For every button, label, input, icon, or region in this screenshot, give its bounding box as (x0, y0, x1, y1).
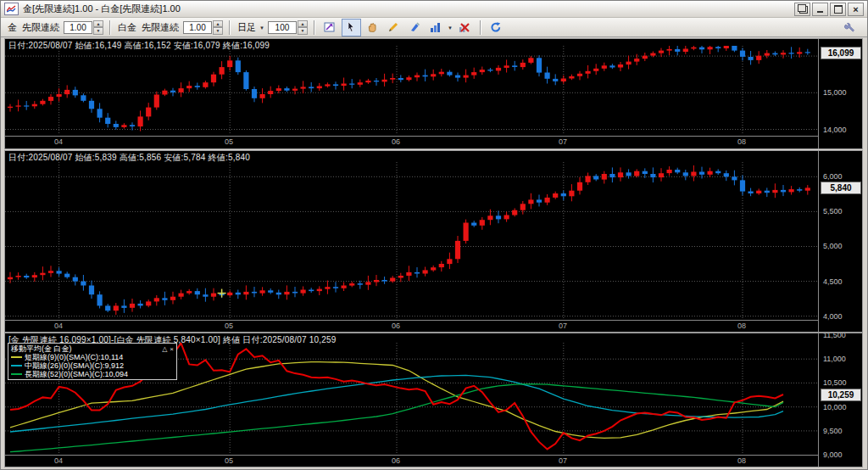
pen-draw-button[interactable] (405, 19, 425, 36)
platinum-multiplier-value[interactable]: 1.00 (183, 21, 212, 34)
candle-body (211, 75, 216, 83)
candle-body (512, 65, 517, 67)
candle-body (789, 53, 794, 53)
x-tick-label: 08 (737, 322, 746, 330)
candle-body (138, 116, 143, 126)
settings-wrench-button[interactable] (840, 19, 860, 36)
candle-body (268, 290, 273, 293)
bar-count-value[interactable]: 100 (268, 21, 297, 34)
toolbar-separator (109, 20, 111, 35)
candle-body (130, 304, 135, 308)
gold-multiplier-down-button[interactable]: ▼ (93, 27, 103, 35)
window-title: 金[先限連続]1.00 - 白金[先限連続]1.00 (23, 3, 794, 15)
last-price-label: 10,259 (821, 389, 861, 401)
gold-multiplier-value[interactable]: 1.00 (64, 21, 92, 34)
platinum-contract-label: 先限連続 (142, 21, 179, 34)
candle-body (292, 89, 298, 91)
refresh-icon (489, 20, 503, 34)
legend-close-icon[interactable]: × (170, 345, 174, 353)
y-tick-label: 6,000 (823, 172, 843, 181)
maximize-button[interactable] (830, 3, 846, 16)
legend-collapse-icon[interactable]: △ (162, 345, 167, 353)
candle-body (317, 289, 322, 292)
bar-chart-button[interactable] (426, 19, 446, 36)
y-tick-label: 14,000 (823, 126, 847, 134)
candle-body (675, 49, 680, 52)
period-dropdown-icon[interactable]: ▼ (259, 25, 264, 31)
titlebar[interactable]: 金[先限連続]1.00 - 白金[先限連続]1.00 × (1, 1, 867, 18)
candle-body (105, 305, 110, 311)
gold-chart-panel[interactable]: 日付:2025/08/07 始値:16,149 高値:16,152 安値:16,… (4, 38, 863, 149)
candle-body (496, 68, 501, 71)
candle-body (748, 192, 754, 194)
candle-body (16, 276, 21, 277)
moving-average-legend: 移動平均(金 白金) △ × 短期線(9)(0)(SMA)(C):10,114 … (8, 343, 177, 380)
hand-pan-button[interactable] (363, 19, 382, 36)
select-cursor-button[interactable] (342, 19, 361, 36)
candle-body (643, 56, 648, 59)
platinum-multiplier-up-button[interactable]: ▲ (213, 20, 223, 28)
platinum-multiplier-spinner[interactable]: 1.00 ▲▼ (183, 20, 223, 35)
spread-price-axis: 11,50011,00010,50010,0009,5009,00010,259 (818, 333, 863, 467)
float-window-button[interactable] (794, 3, 810, 16)
candle-body (569, 191, 574, 197)
platinum-plot[interactable] (5, 162, 818, 319)
candle-body (138, 304, 143, 306)
candle-body (179, 294, 184, 297)
candle-body (593, 69, 598, 71)
delete-chart-button[interactable] (455, 19, 475, 36)
bar-count-down-button[interactable]: ▼ (298, 27, 308, 35)
candle-body (545, 73, 550, 79)
candle-body (691, 172, 696, 176)
platinum-multiplier-down-button[interactable]: ▼ (213, 27, 223, 35)
candle-body (447, 72, 452, 76)
candle-body (8, 107, 13, 108)
candle-body (349, 84, 354, 85)
candle-body (553, 193, 558, 198)
x-tick-label: 05 (225, 322, 233, 330)
legend-item-long[interactable]: 長期線(52)(0)(SMA)(C):10,094 (11, 370, 174, 378)
candle-body (537, 58, 542, 72)
close-button[interactable]: × (848, 3, 864, 16)
refresh-button[interactable] (487, 19, 506, 36)
candle-body (577, 74, 582, 76)
candle-body (586, 71, 591, 74)
pencil-draw-button[interactable] (384, 19, 403, 36)
candle-body (797, 52, 802, 53)
y-tick-label: 5,500 (823, 207, 843, 215)
gold-multiplier-up-button[interactable]: ▲ (93, 20, 103, 28)
period-select[interactable]: 日足 (237, 21, 256, 34)
candle-body (659, 173, 664, 177)
chart-window: 金[先限連続]1.00 - 白金[先限連続]1.00 × 金 先限連続 1.00… (0, 0, 868, 470)
minimize-button[interactable] (812, 3, 828, 16)
toolbar-separator (480, 20, 481, 35)
candle-body (301, 87, 306, 88)
chart-area: 日付:2025/08/07 始値:16,149 高値:16,152 安値:16,… (4, 38, 863, 467)
candle-body (284, 292, 289, 294)
bar-count-up-button[interactable]: ▲ (298, 20, 308, 28)
gold-multiplier-spinner[interactable]: 1.00 ▲▼ (64, 20, 103, 35)
platinum-symbol-label: 白金 (118, 21, 136, 34)
y-tick-label: 9,500 (823, 427, 843, 435)
bar-chart-icon (429, 20, 442, 34)
candle-body (675, 170, 680, 172)
candle-body (756, 56, 761, 60)
candle-body (382, 80, 387, 82)
spread-chart-panel[interactable]: [金 先限連続 16,099×1.00]-[白金 先限連続 5,840×1.00… (4, 333, 863, 467)
candle-body (415, 76, 420, 78)
bar-count-spinner[interactable]: 100 ▲▼ (268, 20, 308, 35)
data-window-icon (323, 20, 337, 34)
candle-body (609, 65, 615, 67)
y-tick-label: 5,000 (823, 242, 843, 250)
candle-body (309, 290, 314, 292)
candle-body (162, 91, 167, 95)
candle-body (553, 79, 558, 81)
select-cursor-icon (344, 20, 358, 34)
platinum-chart-panel[interactable]: 日付:2025/08/07 始値:5,839 高値:5,856 安値:5,784… (4, 150, 863, 333)
data-window-button[interactable] (320, 19, 340, 36)
bar-chart-dropdown-icon[interactable]: ▼ (448, 25, 453, 31)
candle-body (227, 293, 232, 295)
candle-body (618, 172, 623, 177)
gold-plot[interactable] (5, 46, 818, 135)
candle-body (561, 79, 566, 82)
